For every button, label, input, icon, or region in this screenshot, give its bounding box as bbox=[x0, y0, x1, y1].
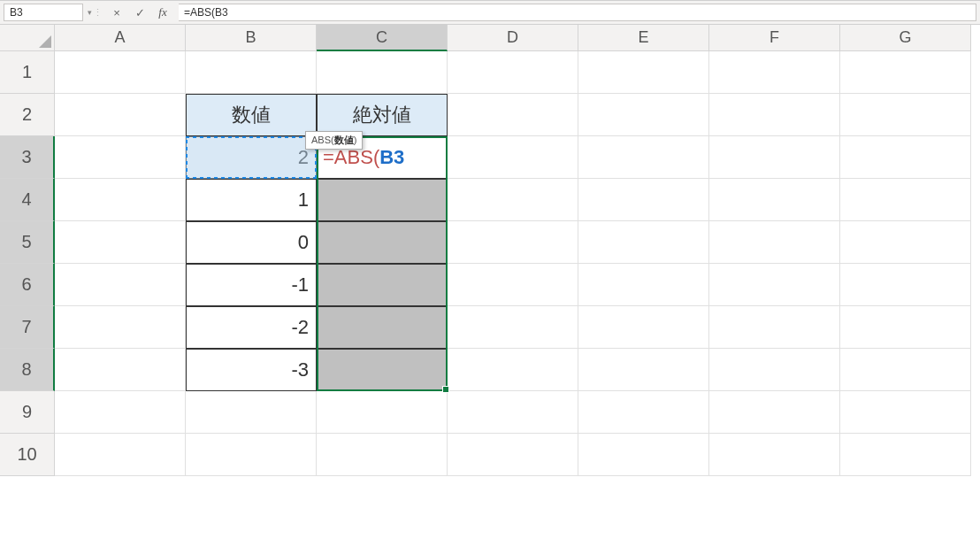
cell-A9[interactable] bbox=[55, 391, 186, 434]
cell-A8[interactable] bbox=[55, 349, 186, 391]
cell-F7[interactable] bbox=[709, 306, 840, 349]
cell-B2[interactable]: 数値 bbox=[186, 94, 317, 136]
cell-A2[interactable] bbox=[55, 94, 186, 136]
cell-C7[interactable] bbox=[317, 306, 448, 349]
cell-G2[interactable] bbox=[840, 94, 971, 136]
cell-B1[interactable] bbox=[186, 51, 317, 94]
cell-E9[interactable] bbox=[578, 391, 709, 434]
enter-button[interactable]: ✓ bbox=[131, 4, 149, 21]
tooltip-arg: 数値 bbox=[334, 135, 354, 145]
cell-G10[interactable] bbox=[840, 434, 971, 476]
cell-B8[interactable]: -3 bbox=[186, 349, 317, 391]
cell-F5[interactable] bbox=[709, 221, 840, 264]
fx-button[interactable]: fx bbox=[154, 4, 172, 21]
cell-B7[interactable]: -2 bbox=[186, 306, 317, 349]
cell-F9[interactable] bbox=[709, 391, 840, 434]
cell-D4[interactable] bbox=[448, 179, 578, 221]
cell-E5[interactable] bbox=[578, 221, 709, 264]
column-header-B[interactable]: B bbox=[186, 25, 317, 51]
formula-open-paren: ( bbox=[373, 146, 379, 169]
row-header-8[interactable]: 8 bbox=[0, 349, 55, 391]
cell-C6[interactable] bbox=[317, 264, 448, 306]
cell-E3[interactable] bbox=[578, 136, 709, 179]
row-header-4[interactable]: 4 bbox=[0, 179, 55, 221]
cell-C4[interactable] bbox=[317, 179, 448, 221]
cell-A10[interactable] bbox=[55, 434, 186, 476]
cell-C5[interactable] bbox=[317, 221, 448, 264]
separator: ⋮ bbox=[94, 7, 101, 19]
cell-G4[interactable] bbox=[840, 179, 971, 221]
cell-G7[interactable] bbox=[840, 306, 971, 349]
cell-F3[interactable] bbox=[709, 136, 840, 179]
row-header-10[interactable]: 10 bbox=[0, 434, 55, 476]
cell-D6[interactable] bbox=[448, 264, 578, 306]
cell-E2[interactable] bbox=[578, 94, 709, 136]
cell-C9[interactable] bbox=[317, 391, 448, 434]
cell-D8[interactable] bbox=[448, 349, 578, 391]
formula-reference: B3 bbox=[379, 146, 404, 169]
cell-D3[interactable] bbox=[448, 136, 578, 179]
cell-B4[interactable]: 1 bbox=[186, 179, 317, 221]
row-header-9[interactable]: 9 bbox=[0, 391, 55, 434]
cell-F6[interactable] bbox=[709, 264, 840, 306]
cell-G6[interactable] bbox=[840, 264, 971, 306]
cell-B6[interactable]: -1 bbox=[186, 264, 317, 306]
row-header-5[interactable]: 5 bbox=[0, 221, 55, 264]
cell-E4[interactable] bbox=[578, 179, 709, 221]
cell-G5[interactable] bbox=[840, 221, 971, 264]
formula-input[interactable]: =ABS(B3 bbox=[179, 4, 976, 21]
cell-F8[interactable] bbox=[709, 349, 840, 391]
cell-D5[interactable] bbox=[448, 221, 578, 264]
row-header-6[interactable]: 6 bbox=[0, 264, 55, 306]
select-all-cells[interactable] bbox=[0, 25, 55, 51]
cell-B10[interactable] bbox=[186, 434, 317, 476]
tooltip-fn: ABS( bbox=[311, 135, 334, 145]
column-header-G[interactable]: G bbox=[840, 25, 971, 51]
cell-C10[interactable] bbox=[317, 434, 448, 476]
cell-F10[interactable] bbox=[709, 434, 840, 476]
cell-D2[interactable] bbox=[448, 94, 578, 136]
cell-E10[interactable] bbox=[578, 434, 709, 476]
cell-grid[interactable]: 数値 絶対値 2 1 0 -1 bbox=[55, 51, 971, 476]
cell-C2[interactable]: 絶対値 bbox=[317, 94, 448, 136]
cell-G8[interactable] bbox=[840, 349, 971, 391]
cell-G3[interactable] bbox=[840, 136, 971, 179]
cell-F2[interactable] bbox=[709, 94, 840, 136]
column-header-C[interactable]: C bbox=[317, 25, 448, 51]
cell-A3[interactable] bbox=[55, 136, 186, 179]
cell-B3[interactable]: 2 bbox=[186, 136, 317, 179]
name-box[interactable]: B3 bbox=[4, 4, 83, 21]
cell-E6[interactable] bbox=[578, 264, 709, 306]
column-header-F[interactable]: F bbox=[709, 25, 840, 51]
formula-bar: B3 ▾ ⋮ × ✓ fx =ABS(B3 bbox=[0, 0, 980, 25]
cell-E7[interactable] bbox=[578, 306, 709, 349]
cell-A6[interactable] bbox=[55, 264, 186, 306]
cell-B5[interactable]: 0 bbox=[186, 221, 317, 264]
column-header-D[interactable]: D bbox=[448, 25, 578, 51]
cell-B9[interactable] bbox=[186, 391, 317, 434]
cell-C1[interactable] bbox=[317, 51, 448, 94]
row-header-2[interactable]: 2 bbox=[0, 94, 55, 136]
column-header-E[interactable]: E bbox=[578, 25, 709, 51]
column-header-A[interactable]: A bbox=[55, 25, 186, 51]
cell-E8[interactable] bbox=[578, 349, 709, 391]
cell-A1[interactable] bbox=[55, 51, 186, 94]
cell-G1[interactable] bbox=[840, 51, 971, 94]
cell-D9[interactable] bbox=[448, 391, 578, 434]
cancel-button[interactable]: × bbox=[108, 4, 126, 21]
cell-A4[interactable] bbox=[55, 179, 186, 221]
cell-E1[interactable] bbox=[578, 51, 709, 94]
cell-A7[interactable] bbox=[55, 306, 186, 349]
cell-C8[interactable] bbox=[317, 349, 448, 391]
function-tooltip[interactable]: ABS(数値) bbox=[305, 131, 363, 150]
cell-F4[interactable] bbox=[709, 179, 840, 221]
row-header-7[interactable]: 7 bbox=[0, 306, 55, 349]
cell-D7[interactable] bbox=[448, 306, 578, 349]
row-header-1[interactable]: 1 bbox=[0, 51, 55, 94]
cell-A5[interactable] bbox=[55, 221, 186, 264]
cell-D1[interactable] bbox=[448, 51, 578, 94]
row-header-3[interactable]: 3 bbox=[0, 136, 55, 179]
cell-G9[interactable] bbox=[840, 391, 971, 434]
cell-F1[interactable] bbox=[709, 51, 840, 94]
cell-D10[interactable] bbox=[448, 434, 578, 476]
